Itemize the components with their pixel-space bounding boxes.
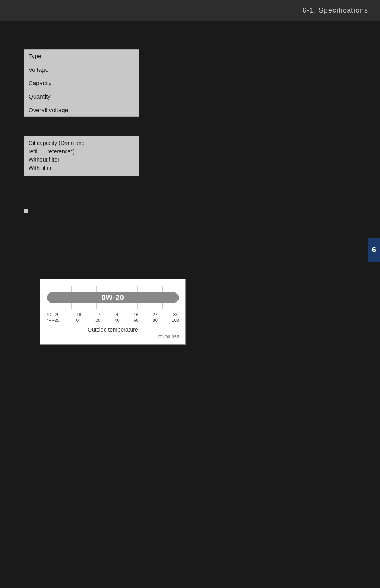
table-cell: Type (24, 50, 139, 63)
viscosity-label: 0W-20 (101, 294, 124, 302)
chart-grid: 0W-20 (47, 286, 179, 309)
axis-group: 2780 (153, 312, 158, 323)
top-bar: 6-1. Specifications (0, 0, 380, 21)
page-title: 6-1. Specifications (302, 6, 368, 15)
table-row: Oil capacity (Drain andrefill — referenc… (24, 136, 139, 176)
axis-group: 1660 (133, 312, 138, 323)
bullet-section (24, 207, 364, 271)
bullet-content (32, 207, 364, 271)
oil-capacity-cell: Oil capacity (Drain andrefill — referenc… (24, 136, 139, 176)
table-row: Voltage (24, 63, 139, 76)
table-cell: Voltage (24, 63, 139, 76)
chart-axis: °C −29°F −20−180−7204401660278038100 (47, 312, 179, 323)
outside-temp-label: Outside temperature (47, 326, 179, 333)
chart-arrow-row: 0W-20 (47, 292, 179, 303)
table-cell: Capacity (24, 76, 139, 90)
table-cell: Quantity (24, 90, 139, 103)
axis-group: −180 (74, 312, 82, 323)
table-row: Quantity (24, 90, 139, 103)
body-text-area (32, 207, 364, 271)
table-row: Overall voltage (24, 103, 139, 117)
viscosity-chart: 0W-20 °C −29°F −20−180−72044016602780381… (40, 279, 186, 345)
spacer1 (24, 187, 364, 203)
axis-group: −720 (95, 312, 101, 323)
chart-code: ITNOIL055 (47, 334, 179, 339)
table-row: Capacity (24, 76, 139, 90)
main-content: TypeVoltageCapacityQuantityOverall volta… (0, 21, 380, 365)
axis-group: 38100 (172, 312, 179, 323)
chart-arrow-bar: 0W-20 (51, 292, 175, 303)
oil-spec-table: Oil capacity (Drain andrefill — referenc… (24, 136, 139, 176)
axis-group: 440 (114, 312, 119, 323)
sidebar-number: 6 (368, 238, 380, 262)
bullet-icon (24, 209, 28, 213)
battery-spec-table: TypeVoltageCapacityQuantityOverall volta… (24, 49, 139, 117)
table-cell: Overall voltage (24, 103, 139, 117)
axis-group: °C −29°F −20 (47, 312, 60, 323)
table-row: Type (24, 50, 139, 63)
